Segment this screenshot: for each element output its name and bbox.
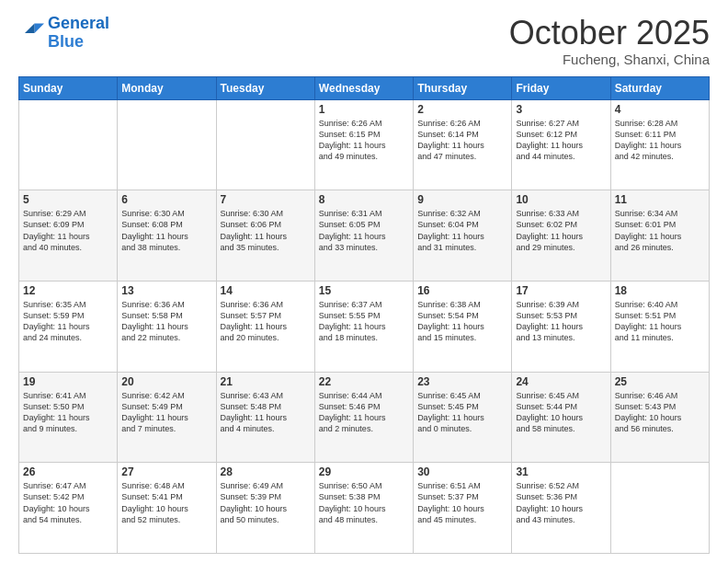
day-of-week-header: Saturday: [610, 76, 709, 99]
day-number: 28: [221, 465, 311, 478]
day-info: Sunrise: 6:52 AM Sunset: 5:36 PM Dayligh…: [516, 480, 606, 525]
day-info: Sunrise: 6:36 AM Sunset: 5:57 PM Dayligh…: [221, 299, 311, 344]
day-info: Sunrise: 6:50 AM Sunset: 5:38 PM Dayligh…: [319, 480, 409, 525]
day-info: Sunrise: 6:39 AM Sunset: 5:53 PM Dayligh…: [516, 299, 606, 344]
day-number: 27: [121, 465, 211, 478]
calendar-cell: 4Sunrise: 6:28 AM Sunset: 6:11 PM Daylig…: [610, 99, 709, 190]
day-info: Sunrise: 6:38 AM Sunset: 5:54 PM Dayligh…: [417, 299, 507, 344]
day-number: 18: [615, 284, 705, 297]
calendar-cell: 16Sunrise: 6:38 AM Sunset: 5:54 PM Dayli…: [414, 281, 512, 372]
svg-marker-0: [35, 23, 45, 33]
day-of-week-header: Sunday: [19, 76, 118, 99]
logo-general: General: [48, 14, 109, 32]
title-block: October 2025 Fucheng, Shanxi, China: [509, 15, 710, 67]
day-info: Sunrise: 6:28 AM Sunset: 6:11 PM Dayligh…: [615, 118, 705, 163]
calendar-cell: 26Sunrise: 6:47 AM Sunset: 5:42 PM Dayli…: [19, 463, 118, 554]
day-number: 12: [23, 284, 113, 297]
day-info: Sunrise: 6:46 AM Sunset: 5:43 PM Dayligh…: [615, 390, 705, 435]
day-number: 23: [417, 375, 507, 388]
day-info: Sunrise: 6:37 AM Sunset: 5:55 PM Dayligh…: [319, 299, 409, 344]
calendar-cell: 25Sunrise: 6:46 AM Sunset: 5:43 PM Dayli…: [610, 372, 709, 463]
day-number: 24: [516, 375, 606, 388]
day-info: Sunrise: 6:31 AM Sunset: 6:05 PM Dayligh…: [319, 208, 409, 253]
calendar-cell: 19Sunrise: 6:41 AM Sunset: 5:50 PM Dayli…: [19, 372, 118, 463]
day-info: Sunrise: 6:42 AM Sunset: 5:49 PM Dayligh…: [121, 390, 211, 435]
svg-marker-1: [25, 23, 35, 33]
calendar-cell: 10Sunrise: 6:33 AM Sunset: 6:02 PM Dayli…: [512, 190, 610, 282]
calendar-cell: 22Sunrise: 6:44 AM Sunset: 5:46 PM Dayli…: [314, 372, 413, 463]
calendar-cell: 9Sunrise: 6:32 AM Sunset: 6:04 PM Daylig…: [414, 190, 512, 282]
day-number: 16: [417, 284, 507, 297]
logo-text: General Blue: [48, 15, 109, 52]
calendar-cell: 8Sunrise: 6:31 AM Sunset: 6:05 PM Daylig…: [314, 190, 413, 282]
day-number: 1: [319, 103, 409, 116]
day-info: Sunrise: 6:33 AM Sunset: 6:02 PM Dayligh…: [516, 208, 606, 253]
calendar-week-row: 26Sunrise: 6:47 AM Sunset: 5:42 PM Dayli…: [19, 463, 710, 554]
calendar-cell: 7Sunrise: 6:30 AM Sunset: 6:06 PM Daylig…: [216, 190, 314, 282]
calendar-week-row: 1Sunrise: 6:26 AM Sunset: 6:15 PM Daylig…: [19, 99, 710, 190]
day-number: 7: [221, 193, 311, 206]
logo-blue: Blue: [48, 33, 109, 52]
calendar-cell: [610, 463, 709, 554]
calendar-cell: 2Sunrise: 6:26 AM Sunset: 6:14 PM Daylig…: [414, 99, 512, 190]
day-number: 17: [516, 284, 606, 297]
day-info: Sunrise: 6:35 AM Sunset: 5:59 PM Dayligh…: [23, 299, 113, 344]
month-title: October 2025: [509, 15, 710, 52]
calendar-cell: 5Sunrise: 6:29 AM Sunset: 6:09 PM Daylig…: [19, 190, 118, 282]
day-number: 15: [319, 284, 409, 297]
day-number: 10: [516, 193, 606, 206]
calendar-cell: 28Sunrise: 6:49 AM Sunset: 5:39 PM Dayli…: [216, 463, 314, 554]
location: Fucheng, Shanxi, China: [509, 52, 710, 67]
calendar-cell: [216, 99, 314, 190]
header: General Blue October 2025 Fucheng, Shanx…: [18, 15, 710, 67]
calendar-cell: 13Sunrise: 6:36 AM Sunset: 5:58 PM Dayli…: [118, 281, 216, 372]
day-info: Sunrise: 6:32 AM Sunset: 6:04 PM Dayligh…: [417, 208, 507, 253]
calendar-cell: 12Sunrise: 6:35 AM Sunset: 5:59 PM Dayli…: [19, 281, 118, 372]
day-number: 4: [615, 103, 705, 116]
day-info: Sunrise: 6:43 AM Sunset: 5:48 PM Dayligh…: [221, 390, 311, 435]
day-number: 26: [23, 465, 113, 478]
day-info: Sunrise: 6:26 AM Sunset: 6:15 PM Dayligh…: [319, 118, 409, 163]
calendar-cell: 14Sunrise: 6:36 AM Sunset: 5:57 PM Dayli…: [216, 281, 314, 372]
day-number: 2: [417, 103, 507, 116]
calendar-cell: 3Sunrise: 6:27 AM Sunset: 6:12 PM Daylig…: [512, 99, 610, 190]
day-info: Sunrise: 6:44 AM Sunset: 5:46 PM Dayligh…: [319, 390, 409, 435]
calendar-cell: 23Sunrise: 6:45 AM Sunset: 5:45 PM Dayli…: [414, 372, 512, 463]
calendar-cell: 24Sunrise: 6:45 AM Sunset: 5:44 PM Dayli…: [512, 372, 610, 463]
calendar-cell: 27Sunrise: 6:48 AM Sunset: 5:41 PM Dayli…: [118, 463, 216, 554]
day-info: Sunrise: 6:34 AM Sunset: 6:01 PM Dayligh…: [615, 208, 705, 253]
day-info: Sunrise: 6:36 AM Sunset: 5:58 PM Dayligh…: [121, 299, 211, 344]
calendar-table: SundayMondayTuesdayWednesdayThursdayFrid…: [18, 76, 710, 554]
calendar-week-row: 12Sunrise: 6:35 AM Sunset: 5:59 PM Dayli…: [19, 281, 710, 372]
logo: General Blue: [18, 15, 109, 52]
logo-icon: [18, 20, 44, 46]
day-info: Sunrise: 6:41 AM Sunset: 5:50 PM Dayligh…: [23, 390, 113, 435]
day-number: 3: [516, 103, 606, 116]
calendar-week-row: 5Sunrise: 6:29 AM Sunset: 6:09 PM Daylig…: [19, 190, 710, 282]
day-number: 31: [516, 465, 606, 478]
day-info: Sunrise: 6:40 AM Sunset: 5:51 PM Dayligh…: [615, 299, 705, 344]
calendar-cell: 6Sunrise: 6:30 AM Sunset: 6:08 PM Daylig…: [118, 190, 216, 282]
day-of-week-header: Monday: [118, 76, 216, 99]
calendar-cell: 11Sunrise: 6:34 AM Sunset: 6:01 PM Dayli…: [610, 190, 709, 282]
calendar-cell: 21Sunrise: 6:43 AM Sunset: 5:48 PM Dayli…: [216, 372, 314, 463]
day-number: 11: [615, 193, 705, 206]
day-number: 13: [121, 284, 211, 297]
day-info: Sunrise: 6:45 AM Sunset: 5:44 PM Dayligh…: [516, 390, 606, 435]
calendar-cell: 18Sunrise: 6:40 AM Sunset: 5:51 PM Dayli…: [610, 281, 709, 372]
calendar-cell: 30Sunrise: 6:51 AM Sunset: 5:37 PM Dayli…: [414, 463, 512, 554]
header-row: SundayMondayTuesdayWednesdayThursdayFrid…: [19, 76, 710, 99]
day-number: 20: [121, 375, 211, 388]
day-number: 19: [23, 375, 113, 388]
day-info: Sunrise: 6:27 AM Sunset: 6:12 PM Dayligh…: [516, 118, 606, 163]
day-number: 21: [221, 375, 311, 388]
day-of-week-header: Wednesday: [314, 76, 413, 99]
calendar-cell: 20Sunrise: 6:42 AM Sunset: 5:49 PM Dayli…: [118, 372, 216, 463]
day-info: Sunrise: 6:51 AM Sunset: 5:37 PM Dayligh…: [417, 480, 507, 525]
day-of-week-header: Friday: [512, 76, 610, 99]
day-info: Sunrise: 6:29 AM Sunset: 6:09 PM Dayligh…: [23, 208, 113, 253]
calendar-cell: 29Sunrise: 6:50 AM Sunset: 5:38 PM Dayli…: [314, 463, 413, 554]
calendar-cell: [19, 99, 118, 190]
day-number: 9: [417, 193, 507, 206]
day-number: 8: [319, 193, 409, 206]
